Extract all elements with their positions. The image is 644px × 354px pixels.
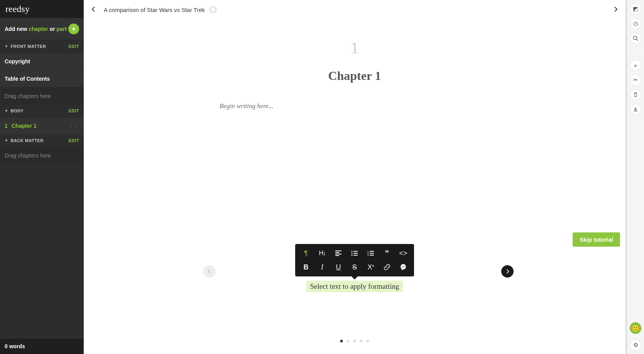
tutorial-prev-button[interactable] [203, 265, 216, 278]
back-button[interactable] [91, 5, 97, 14]
tutorial-dot[interactable] [353, 340, 356, 342]
editor-placeholder[interactable]: Begin writing here... [220, 102, 490, 110]
history-button[interactable]: ◷ [630, 18, 641, 29]
align-left-icon [335, 249, 342, 257]
bullet-list-tool[interactable] [347, 246, 362, 260]
heading-icon: H1 [319, 250, 325, 257]
shuffle-button[interactable]: ✂ [630, 74, 641, 86]
chevron-left-icon [91, 6, 97, 12]
align-tool[interactable] [331, 246, 346, 260]
quote-icon: “ [385, 248, 389, 258]
formatting-toolbar: ¶ H1 123 “ <> B I U S Xa [295, 244, 414, 276]
tutorial-dot[interactable] [367, 340, 369, 342]
bullet-list-icon [351, 249, 358, 257]
numbered-list-tool[interactable]: 123 [363, 246, 379, 260]
svg-text:3: 3 [367, 254, 369, 256]
svg-point-2 [352, 255, 353, 256]
clock-icon: ◷ [633, 20, 638, 27]
chapter-number: 1 [5, 123, 12, 129]
chapter-item[interactable]: 1 Chapter 1 ⋮⋮ [0, 117, 84, 134]
main-area: A comparison of Star Wars vs Star Trek ✓… [84, 0, 627, 354]
add-new-row: Add new chapter or part + [0, 18, 84, 40]
chapter-label: Chapter 1 [12, 123, 69, 129]
comment-tool[interactable] [396, 260, 411, 274]
tutorial-dot[interactable] [360, 340, 363, 342]
tutorial-dot[interactable] [347, 340, 350, 342]
caret-down-icon: ▼ [5, 139, 8, 142]
front-matter-edit[interactable]: EDIT [69, 44, 79, 49]
svg-point-1 [352, 253, 353, 254]
settings-button[interactable]: ⚙ [630, 339, 641, 351]
caret-down-icon: ▼ [5, 44, 8, 48]
body-header[interactable]: ▼BODY EDIT [0, 105, 84, 117]
svg-point-9 [404, 266, 405, 267]
paragraph-tool[interactable]: ¶ [298, 246, 314, 260]
back-matter-edit[interactable]: EDIT [69, 138, 79, 143]
shuffle-icon: ✂ [633, 76, 638, 83]
brand-logo[interactable]: reedsy [0, 0, 84, 18]
gear-icon: ⚙ [633, 342, 638, 349]
right-toolbar: ◩ ◷ + ✂ 🙂 ⚙ [627, 0, 644, 354]
code-tool[interactable]: <> [396, 246, 411, 260]
front-matter-header[interactable]: ▼FRONT MATTER EDIT [0, 40, 84, 53]
caret-down-icon: ▼ [5, 109, 8, 113]
superscript-icon: Xa [367, 263, 374, 271]
delete-button[interactable] [630, 89, 641, 100]
pilcrow-icon: ¶ [304, 249, 308, 257]
add-button[interactable]: + [68, 24, 79, 34]
quote-tool[interactable]: “ [379, 246, 395, 260]
svg-point-7 [402, 266, 402, 267]
user-avatar[interactable]: 🙂 [630, 322, 641, 334]
underline-tool[interactable]: U [331, 260, 346, 274]
add-chapter-link[interactable]: chapter [29, 26, 48, 32]
svg-point-10 [633, 36, 637, 39]
bold-tool[interactable]: B [298, 260, 314, 274]
tutorial-hint: Select text to apply formatting [306, 281, 403, 292]
insert-button[interactable]: + [630, 59, 641, 71]
code-icon: <> [399, 249, 407, 257]
italic-tool[interactable]: I [314, 260, 330, 274]
body-edit[interactable]: EDIT [69, 108, 79, 113]
topbar: A comparison of Star Wars vs Star Trek ✓ [84, 0, 625, 19]
back-drag-zone[interactable]: Drag chapters here [0, 147, 84, 164]
tutorial-next-button[interactable] [501, 265, 514, 278]
italic-icon: I [321, 263, 323, 271]
add-new-label: Add new chapter or part [5, 26, 67, 32]
numbered-list-icon: 123 [367, 249, 375, 257]
drag-handle-icon[interactable]: ⋮⋮ [69, 123, 79, 129]
back-matter-header[interactable]: ▼BACK MATTER EDIT [0, 134, 84, 147]
strikethrough-tool[interactable]: S [347, 260, 362, 274]
skip-tutorial-button[interactable]: Skip tutorial [573, 232, 620, 247]
front-drag-zone[interactable]: Drag chapters here [0, 87, 84, 105]
bold-icon: B [304, 263, 309, 271]
word-count: 0 words [0, 339, 84, 354]
forward-button[interactable] [612, 5, 619, 14]
chevron-left-icon [207, 269, 212, 274]
svg-point-0 [352, 251, 353, 252]
heading-tool[interactable]: H1 [314, 246, 330, 260]
avatar-icon: 🙂 [632, 325, 639, 332]
comment-icon [399, 263, 407, 271]
editor-content: 1 Chapter 1 Begin writing here... [220, 19, 490, 110]
chapter-title-display[interactable]: Chapter 1 [220, 69, 490, 83]
superscript-tool[interactable]: Xa [363, 260, 379, 274]
link-icon [383, 263, 391, 271]
sync-status-icon: ✓ [210, 6, 216, 13]
tutorial-dots [340, 340, 369, 342]
search-button[interactable] [630, 32, 641, 44]
add-part-link[interactable]: part [57, 26, 67, 32]
document-title[interactable]: A comparison of Star Wars vs Star Trek [104, 7, 205, 13]
goals-button[interactable]: ◩ [630, 3, 641, 15]
sidebar-item-toc[interactable]: Table of Contents [0, 70, 84, 87]
download-icon [633, 107, 638, 112]
sidebar: reedsy Add new chapter or part + ▼FRONT … [0, 0, 84, 354]
link-tool[interactable] [379, 260, 395, 274]
underline-icon: U [336, 263, 341, 271]
tutorial-dot[interactable] [340, 340, 343, 342]
chapter-number-display: 1 [220, 39, 490, 57]
chevron-right-icon [612, 6, 619, 12]
plus-icon: + [72, 25, 76, 33]
target-icon: ◩ [633, 5, 638, 12]
download-button[interactable] [630, 103, 641, 115]
sidebar-item-copyright[interactable]: Copyright [0, 53, 84, 70]
